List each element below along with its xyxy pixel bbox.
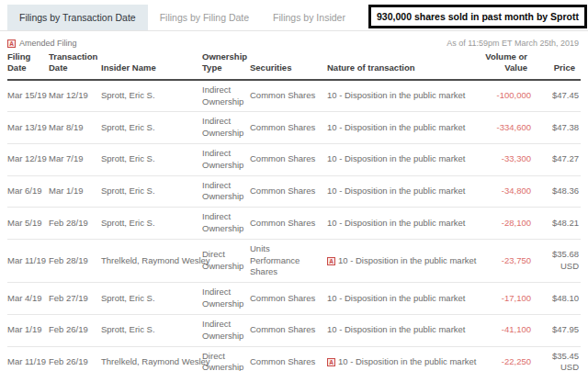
nature-of-transaction-cell: A10 - Disposition in the public market xyxy=(327,239,465,282)
col-header-price: Price xyxy=(533,50,581,80)
nature-text: 10 - Disposition in the public market xyxy=(338,255,477,265)
filing-date-cell: Mar 11/19 xyxy=(7,239,49,282)
nature-text: 10 - Disposition in the public market xyxy=(327,324,466,334)
securities-cell: Common Shares xyxy=(250,314,327,346)
col-header-transaction-date: Transaction Date xyxy=(49,50,101,80)
ownership-type-cell: Direct Ownership xyxy=(202,346,250,371)
ownership-type-cell: Indirect Ownership xyxy=(202,314,250,346)
tab-filings-by-insider[interactable]: Filings by Insider xyxy=(261,5,357,30)
filing-date-cell: Mar 12/19 xyxy=(7,143,49,175)
table-row: Mar 13/19 Mar 8/19 Sprott, Eric S. Indir… xyxy=(7,112,581,144)
table-row: Mar 11/19 Feb 28/19 Threlkeld, Raymond W… xyxy=(7,239,581,282)
amended-filing-icon: A xyxy=(7,39,16,48)
insider-name-cell: Sprott, Eric S. xyxy=(101,314,202,346)
price-cell: $47.95 xyxy=(533,314,581,346)
annotation-callout: 930,000 shares sold in past month by Spr… xyxy=(368,5,587,28)
ownership-type-cell: Indirect Ownership xyxy=(202,208,250,240)
securities-cell: Common Shares xyxy=(250,175,327,208)
volume-cell: -28,100 xyxy=(465,208,533,240)
securities-cell: Common Shares xyxy=(250,80,327,112)
price-cell: $47.27 xyxy=(533,143,581,175)
nature-of-transaction-cell: A10 - Disposition in the public market xyxy=(327,346,465,371)
price-cell: $35.68 USD xyxy=(533,239,581,282)
transaction-date-cell: Mar 1/19 xyxy=(49,175,101,208)
insider-name-cell: Sprott, Eric S. xyxy=(101,208,202,240)
securities-cell: Common Shares xyxy=(250,143,327,175)
securities-cell: Common Shares xyxy=(250,112,327,144)
col-header-nature: Nature of transaction xyxy=(327,50,465,80)
table-row: Mar 1/19 Feb 26/19 Sprott, Eric S. Indir… xyxy=(7,314,581,346)
col-header-insider-name: Insider Name xyxy=(101,50,202,80)
meta-row: A Amended Filing As of 11:59pm ET March … xyxy=(0,31,588,48)
ownership-type-cell: Indirect Ownership xyxy=(202,143,250,175)
tab-filings-by-transaction-date[interactable]: Filings by Transaction Date xyxy=(7,5,148,30)
volume-cell: -33,300 xyxy=(465,143,533,175)
nature-of-transaction-cell: 10 - Disposition in the public market xyxy=(327,314,465,346)
amended-filing-icon: A xyxy=(327,358,335,366)
transaction-date-cell: Mar 7/19 xyxy=(49,143,101,175)
nature-of-transaction-cell: 10 - Disposition in the public market xyxy=(327,80,465,112)
volume-cell: -100,000 xyxy=(465,80,533,112)
price-cell: $47.38 xyxy=(533,112,581,144)
securities-cell: Common Shares xyxy=(250,208,327,240)
insider-name-cell: Sprott, Eric S. xyxy=(101,283,202,315)
amended-filing-label: Amended Filing xyxy=(19,39,77,48)
price-cell: $48.10 xyxy=(533,283,581,315)
col-header-securities: Securities xyxy=(250,50,327,80)
insider-name-cell: Sprott, Eric S. xyxy=(101,143,202,175)
table-row: Mar 12/19 Mar 7/19 Sprott, Eric S. Indir… xyxy=(7,143,581,175)
insider-name-cell: Threlkeld, Raymond Wesley xyxy=(101,239,202,282)
transaction-date-cell: Feb 26/19 xyxy=(49,314,101,346)
nature-text: 10 - Disposition in the public market xyxy=(327,153,466,163)
securities-cell: Units Performance Shares xyxy=(250,239,327,282)
col-header-ownership-type: Ownership Type xyxy=(202,50,250,80)
transaction-date-cell: Feb 27/19 xyxy=(49,283,101,315)
price-cell: $48.36 xyxy=(533,175,581,208)
filings-table-header: Filing Date Transaction Date Insider Nam… xyxy=(7,50,581,80)
table-row: Mar 4/19 Feb 27/19 Sprott, Eric S. Indir… xyxy=(7,283,581,315)
ownership-type-cell: Indirect Ownership xyxy=(202,175,250,208)
col-header-volume: Volume or Value xyxy=(465,50,533,80)
nature-of-transaction-cell: 10 - Disposition in the public market xyxy=(327,143,465,175)
table-row: Mar 11/19 Feb 26/19 Threlkeld, Raymond W… xyxy=(7,346,581,371)
nature-of-transaction-cell: 10 - Disposition in the public market xyxy=(327,283,465,315)
ownership-type-cell: Indirect Ownership xyxy=(202,283,250,315)
transaction-date-cell: Mar 12/19 xyxy=(49,80,101,112)
filing-date-cell: Mar 11/19 xyxy=(7,346,49,371)
tab-filings-by-filing-date[interactable]: Filings by Filing Date xyxy=(148,5,261,30)
nature-of-transaction-cell: 10 - Disposition in the public market xyxy=(327,112,465,144)
volume-cell: -34,800 xyxy=(465,175,533,208)
filings-table: Filing Date Transaction Date Insider Nam… xyxy=(7,50,581,371)
volume-cell: -41,100 xyxy=(465,314,533,346)
ownership-type-cell: Direct Ownership xyxy=(202,239,250,282)
filings-table-body: Mar 15/19 Mar 12/19 Sprott, Eric S. Indi… xyxy=(7,80,581,371)
table-row: Mar 6/19 Mar 1/19 Sprott, Eric S. Indire… xyxy=(7,175,581,208)
amended-filing-legend: A Amended Filing xyxy=(7,39,77,48)
transaction-date-cell: Feb 26/19 xyxy=(49,346,101,371)
insider-name-cell: Sprott, Eric S. xyxy=(101,80,202,112)
price-cell: $47.45 xyxy=(533,80,581,112)
filing-date-cell: Mar 15/19 xyxy=(7,80,49,112)
filing-date-cell: Mar 1/19 xyxy=(7,314,49,346)
ownership-type-cell: Indirect Ownership xyxy=(202,112,250,144)
nature-of-transaction-cell: 10 - Disposition in the public market xyxy=(327,208,465,240)
nature-text: 10 - Disposition in the public market xyxy=(327,186,466,196)
transaction-date-cell: Mar 8/19 xyxy=(49,112,101,144)
nature-of-transaction-cell: 10 - Disposition in the public market xyxy=(327,175,465,208)
tab-bar: Filings by Transaction Date Filings by F… xyxy=(0,5,588,31)
transaction-date-cell: Feb 28/19 xyxy=(49,208,101,240)
filings-panel: Filings by Transaction Date Filings by F… xyxy=(0,0,588,371)
nature-text: 10 - Disposition in the public market xyxy=(327,293,466,303)
nature-text: 10 - Disposition in the public market xyxy=(327,122,466,132)
filing-date-cell: Mar 6/19 xyxy=(7,175,49,208)
table-row: Mar 15/19 Mar 12/19 Sprott, Eric S. Indi… xyxy=(7,80,581,112)
filing-date-cell: Mar 5/19 xyxy=(7,208,49,240)
ownership-type-cell: Indirect Ownership xyxy=(202,80,250,112)
price-cell: $48.21 xyxy=(533,208,581,240)
securities-cell: Common Shares xyxy=(250,346,327,371)
volume-cell: -334,600 xyxy=(465,112,533,144)
volume-cell: -17,100 xyxy=(465,283,533,315)
insider-name-cell: Sprott, Eric S. xyxy=(101,112,202,144)
col-header-filing-date: Filing Date xyxy=(7,50,49,80)
securities-cell: Common Shares xyxy=(250,283,327,315)
